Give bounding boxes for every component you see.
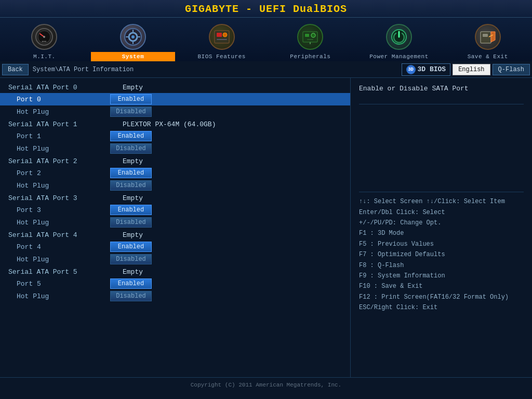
main-content: Serial ATA Port 0 Empty Port 0 Enabled H… <box>0 78 532 377</box>
port4-row[interactable]: Port 4 Enabled <box>0 241 350 253</box>
port1-header-value: PLEXTOR PX-64M (64.0GB) <box>123 121 216 128</box>
power-icon <box>386 24 412 50</box>
port2-hotplug-row[interactable]: Hot Plug Disabled <box>0 179 350 192</box>
shortcut-f7: F7 : Optimized Defaults <box>359 249 524 260</box>
save-icon <box>475 24 501 50</box>
port1-status-button[interactable]: Enabled <box>110 131 152 141</box>
shortcut-f8: F8 : Q-Flash <box>359 260 524 271</box>
port5-hotplug-button[interactable]: Disabled <box>110 291 152 301</box>
power-label: Power Management <box>357 52 442 61</box>
port3-header: Serial ATA Port 3 Empty <box>0 193 350 204</box>
port4-status-button[interactable]: Enabled <box>110 242 152 252</box>
nav-icons: ●●● M.I.T. System <box>0 18 532 61</box>
shortcut-enter: Enter/Dbl Click: Select <box>359 207 524 218</box>
nav-tab-peripherals[interactable]: Peripherals <box>266 21 355 61</box>
nav-tab-save[interactable]: Save & Exit <box>443 21 532 61</box>
qflash-button[interactable]: Q-Flash <box>493 64 530 75</box>
shortcut-change: +/-/PU/PD: Change Opt. <box>359 218 524 228</box>
port3-status-button[interactable]: Enabled <box>110 205 152 215</box>
shortcut-f1: F1 : 3D Mode <box>359 228 524 238</box>
port5-row[interactable]: Port 5 Enabled <box>0 277 350 290</box>
port5-header-name: Serial ATA Port 5 <box>8 268 123 276</box>
port5-hotplug-row[interactable]: Hot Plug Disabled <box>0 290 350 302</box>
port1-hotplug-button[interactable]: Disabled <box>110 143 152 154</box>
svg-point-14 <box>223 33 227 37</box>
left-panel: Serial ATA Port 0 Empty Port 0 Enabled H… <box>0 78 351 377</box>
port2-header-value: Empty <box>123 157 143 165</box>
port1-hotplug-row[interactable]: Hot Plug Disabled <box>0 142 350 155</box>
port-group-5: Serial ATA Port 5 Empty Port 5 Enabled H… <box>0 267 350 302</box>
save-label: Save & Exit <box>445 52 530 61</box>
header: GIGABYTE - UEFI DualBIOS <box>0 0 532 18</box>
port4-header: Serial ATA Port 4 Empty <box>0 230 350 241</box>
port3-header-value: Empty <box>123 194 143 202</box>
svg-rect-10 <box>138 36 140 37</box>
port1-header: Serial ATA Port 1 PLEXTOR PX-64M (64.0GB… <box>0 119 350 130</box>
svg-marker-23 <box>491 32 495 42</box>
nav-tab-power[interactable]: Power Management <box>355 21 444 61</box>
bios3d-badge: 3D 3D BIOS <box>402 63 451 76</box>
port3-hotplug-row[interactable]: Hot Plug Disabled <box>0 216 350 229</box>
port4-hotplug-button[interactable]: Disabled <box>110 254 152 264</box>
port0-hotplug-button[interactable]: Disabled <box>110 107 152 117</box>
port2-hotplug-button[interactable]: Disabled <box>110 180 152 191</box>
svg-point-2 <box>43 36 45 38</box>
svg-rect-19 <box>307 39 313 40</box>
peripherals-label: Peripherals <box>268 52 353 61</box>
divider-2 <box>359 192 524 192</box>
port0-label: Port 0 <box>17 96 110 103</box>
port-group-3: Serial ATA Port 3 Empty Port 3 Enabled H… <box>0 193 350 229</box>
language-button[interactable]: English <box>453 64 490 75</box>
port1-row[interactable]: Port 1 Enabled <box>0 130 350 142</box>
system-label: System <box>91 52 176 61</box>
shortcut-esc: ESC/Right Click: Exit <box>359 302 524 313</box>
copyright: Copyright (C) 2011 American Megatrends, … <box>191 382 341 388</box>
port3-hotplug-button[interactable]: Disabled <box>110 217 152 228</box>
port5-status-button[interactable]: Enabled <box>110 278 152 289</box>
nav-tab-system[interactable]: System <box>89 21 178 61</box>
svg-rect-7 <box>132 30 134 32</box>
toolbar-right: 3D 3D BIOS English Q-Flash <box>402 63 530 76</box>
port4-header-value: Empty <box>123 231 143 239</box>
page-title: GIGABYTE - UEFI DualBIOS <box>0 3 532 15</box>
title-suffix: DualBIOS <box>286 3 347 15</box>
shortcut-arrows: ↑↓: Select Screen ↑↓/Click: Select Item <box>359 196 524 207</box>
port4-header-name: Serial ATA Port 4 <box>8 231 123 239</box>
back-button[interactable]: Back <box>2 64 29 75</box>
svg-rect-16 <box>303 32 317 42</box>
svg-point-18 <box>311 33 315 37</box>
nav-tab-mit[interactable]: ●●● M.I.T. <box>0 21 89 61</box>
mit-label: M.I.T. <box>2 52 87 61</box>
nav-tab-bios[interactable]: BIOS Features <box>177 21 266 61</box>
port2-row[interactable]: Port 2 Enabled <box>0 167 350 179</box>
port0-row[interactable]: Port 0 Enabled <box>0 93 350 105</box>
mit-icon: ●●● <box>31 24 57 50</box>
port3-row[interactable]: Port 3 Enabled <box>0 204 350 216</box>
port2-status-button[interactable]: Enabled <box>110 168 152 178</box>
svg-rect-13 <box>217 33 222 37</box>
title-prefix: GIGABYTE - <box>185 3 259 15</box>
shortcut-f5: F5 : Previous Values <box>359 239 524 249</box>
port2-label: Port 2 <box>17 169 110 177</box>
port0-header-name: Serial ATA Port 0 <box>8 84 123 91</box>
port2-header: Serial ATA Port 2 Empty <box>0 156 350 167</box>
port0-hotplug-row[interactable]: Hot Plug Disabled <box>0 105 350 118</box>
port5-header-value: Empty <box>123 268 143 276</box>
bios3d-label: 3D BIOS <box>418 65 446 73</box>
right-panel: Enable or Disable SATA Port ↑↓: Select S… <box>351 78 532 377</box>
port4-label: Port 4 <box>17 243 110 251</box>
footer: Copyright (C) 2011 American Megatrends, … <box>0 377 532 392</box>
port1-label: Port 1 <box>17 132 110 140</box>
bios3d-icon: 3D <box>406 65 416 74</box>
port-group-1: Serial ATA Port 1 PLEXTOR PX-64M (64.0GB… <box>0 119 350 155</box>
breadcrumb: System\ATA Port Information <box>33 66 134 73</box>
port0-status-button[interactable]: Enabled <box>110 94 152 104</box>
svg-rect-12 <box>215 31 229 43</box>
port5-hotplug-label: Hot Plug <box>17 292 110 300</box>
port4-hotplug-row[interactable]: Hot Plug Disabled <box>0 253 350 265</box>
port0-hotplug-label: Hot Plug <box>17 108 110 116</box>
svg-rect-24 <box>483 34 488 37</box>
port3-label: Port 3 <box>17 206 110 214</box>
port0-header-value: Empty <box>123 84 143 91</box>
svg-rect-8 <box>132 42 134 44</box>
